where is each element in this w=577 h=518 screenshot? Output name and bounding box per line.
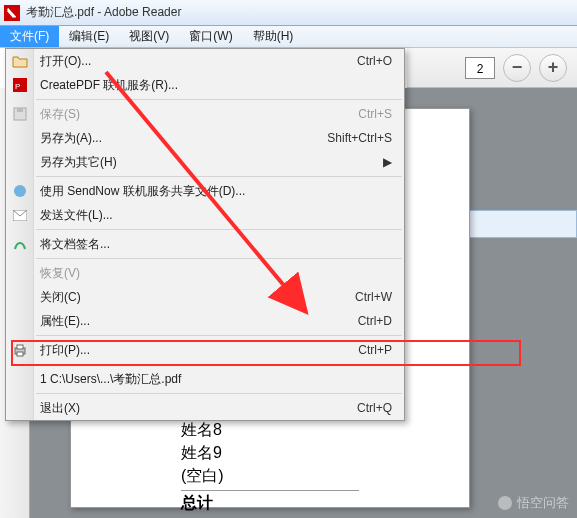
menu-item-createpdf[interactable]: P CreatePDF 联机服务(R)... xyxy=(6,73,404,97)
printer-icon xyxy=(11,341,29,359)
menu-item-saveas[interactable]: 另存为(A)... Shift+Ctrl+S xyxy=(6,126,404,150)
menu-file[interactable]: 文件(F) xyxy=(0,26,59,47)
save-icon xyxy=(11,105,29,123)
table-row: (空白) xyxy=(181,465,359,488)
menu-label: 打印(P)... xyxy=(40,342,90,359)
app-icon xyxy=(4,5,20,21)
menu-item-sendnow[interactable]: 使用 SendNow 联机服务共享文件(D)... xyxy=(6,179,404,203)
svg-point-5 xyxy=(14,185,26,197)
mail-icon xyxy=(11,206,29,224)
menu-label: 另存为(A)... xyxy=(40,130,102,147)
menu-label: 关闭(C) xyxy=(40,289,81,306)
svg-text:P: P xyxy=(15,82,20,91)
menu-label: 属性(E)... xyxy=(40,313,90,330)
table-total-row: 总计 xyxy=(181,490,359,515)
menu-item-print[interactable]: 打印(P)... Ctrl+P xyxy=(6,338,404,362)
menu-shortcut: Ctrl+Q xyxy=(357,401,392,415)
menu-separator xyxy=(36,99,402,100)
menu-shortcut: Ctrl+W xyxy=(355,290,392,304)
menu-separator xyxy=(36,258,402,259)
svg-point-11 xyxy=(498,496,512,510)
createpdf-icon: P xyxy=(11,76,29,94)
watermark: 悟空问答 xyxy=(497,494,569,512)
menu-item-sendfile[interactable]: 发送文件(L)... xyxy=(6,203,404,227)
menu-item-save: 保存(S) Ctrl+S xyxy=(6,102,404,126)
toolbar: 2 − + xyxy=(407,48,577,88)
menu-window[interactable]: 窗口(W) xyxy=(179,26,242,47)
menu-item-sign[interactable]: 将文档签名... xyxy=(6,232,404,256)
menu-item-close[interactable]: 关闭(C) Ctrl+W xyxy=(6,285,404,309)
titlebar: 考勤汇总.pdf - Adobe Reader xyxy=(0,0,577,26)
menu-label: 发送文件(L)... xyxy=(40,207,113,224)
menu-separator xyxy=(36,335,402,336)
svg-rect-9 xyxy=(17,352,23,356)
menu-label: 使用 SendNow 联机服务共享文件(D)... xyxy=(40,183,245,200)
menu-help[interactable]: 帮助(H) xyxy=(243,26,304,47)
menu-shortcut: Ctrl+D xyxy=(358,314,392,328)
menu-shortcut: Ctrl+O xyxy=(357,54,392,68)
menu-shortcut: Ctrl+P xyxy=(358,343,392,357)
menu-view[interactable]: 视图(V) xyxy=(119,26,179,47)
menu-separator xyxy=(36,364,402,365)
watermark-icon xyxy=(497,495,513,511)
zoom-out-button[interactable]: − xyxy=(503,54,531,82)
menubar: 文件(F) 编辑(E) 视图(V) 窗口(W) 帮助(H) xyxy=(0,26,577,48)
menu-label: 保存(S) xyxy=(40,106,80,123)
table-row: 姓名8 xyxy=(181,419,359,442)
menu-label: 打开(O)... xyxy=(40,53,91,70)
file-menu-dropdown: 打开(O)... Ctrl+O P CreatePDF 联机服务(R)... 保… xyxy=(5,48,405,421)
sendnow-icon xyxy=(11,182,29,200)
menu-separator xyxy=(36,393,402,394)
menu-edit[interactable]: 编辑(E) xyxy=(59,26,119,47)
menu-separator xyxy=(36,229,402,230)
sign-icon xyxy=(11,235,29,253)
page-number-input[interactable]: 2 xyxy=(465,57,495,79)
menu-item-exit[interactable]: 退出(X) Ctrl+Q xyxy=(6,396,404,420)
menu-item-revert: 恢复(V) xyxy=(6,261,404,285)
open-folder-icon xyxy=(11,52,29,70)
menu-separator xyxy=(36,176,402,177)
menu-label: CreatePDF 联机服务(R)... xyxy=(40,77,178,94)
menu-label: 恢复(V) xyxy=(40,265,80,282)
zoom-in-button[interactable]: + xyxy=(539,54,567,82)
table-row: 姓名9 xyxy=(181,442,359,465)
menu-item-properties[interactable]: 属性(E)... Ctrl+D xyxy=(6,309,404,333)
svg-rect-4 xyxy=(17,108,23,112)
menu-item-saveother[interactable]: 另存为其它(H) ▶ xyxy=(6,150,404,174)
menu-label: 另存为其它(H) xyxy=(40,154,117,171)
menu-label: 将文档签名... xyxy=(40,236,110,253)
menu-shortcut: Ctrl+S xyxy=(358,107,392,121)
submenu-arrow-icon: ▶ xyxy=(383,155,392,169)
svg-rect-8 xyxy=(17,345,23,349)
menu-label: 退出(X) xyxy=(40,400,80,417)
menu-shortcut: Shift+Ctrl+S xyxy=(327,131,392,145)
window-title: 考勤汇总.pdf - Adobe Reader xyxy=(26,4,181,21)
menu-label: 1 C:\Users\...\考勤汇总.pdf xyxy=(40,371,181,388)
menu-item-open[interactable]: 打开(O)... Ctrl+O xyxy=(6,49,404,73)
menu-item-recent-1[interactable]: 1 C:\Users\...\考勤汇总.pdf xyxy=(6,367,404,391)
